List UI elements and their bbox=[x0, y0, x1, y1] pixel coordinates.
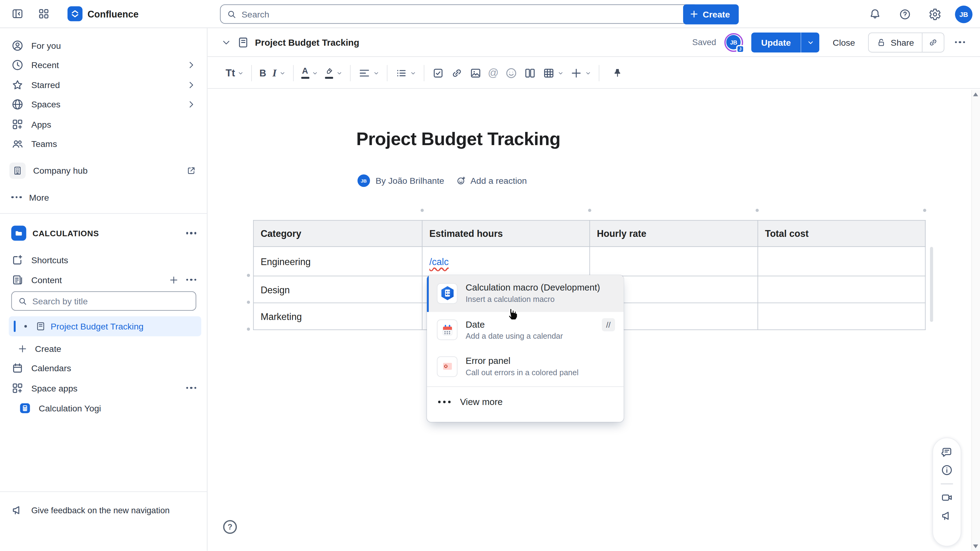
menu-item-error-panel[interactable]: Error panel Call out errors in a colored… bbox=[427, 348, 624, 385]
mention-icon: @ bbox=[488, 67, 499, 79]
app-switcher-button[interactable] bbox=[34, 4, 54, 24]
column-header[interactable]: Category bbox=[253, 220, 422, 247]
scroll-down-arrow-icon[interactable] bbox=[973, 545, 978, 548]
chevron-down-icon bbox=[312, 70, 318, 76]
pin-toolbar-button[interactable] bbox=[609, 63, 626, 83]
sidebar-page-project-budget-tracking[interactable]: Project Budget Tracking bbox=[9, 316, 202, 336]
sidebar-item-calendars[interactable]: Calendars bbox=[5, 358, 202, 378]
editor-help-button[interactable]: ? bbox=[223, 520, 237, 534]
text-color-button[interactable]: A bbox=[298, 63, 321, 83]
more-actions-button[interactable] bbox=[952, 41, 967, 43]
table-cell[interactable]: Marketing bbox=[253, 303, 422, 330]
feedback-link[interactable]: Give feedback on the new navigation bbox=[5, 500, 202, 521]
sidebar-item-calculation-yogi[interactable]: Calculation Yogi bbox=[5, 398, 202, 417]
user-avatar[interactable]: JB bbox=[955, 5, 972, 23]
sidebar-search[interactable] bbox=[11, 291, 196, 311]
create-button[interactable]: Create bbox=[683, 4, 739, 24]
image-button[interactable] bbox=[466, 63, 485, 83]
table-button[interactable] bbox=[539, 63, 567, 83]
table-cell[interactable]: /calc bbox=[422, 247, 590, 276]
insert-button[interactable] bbox=[567, 63, 595, 83]
close-button[interactable]: Close bbox=[827, 32, 860, 52]
sidebar-item-spaces[interactable]: Spaces bbox=[5, 95, 202, 114]
sidebar-item-create-page[interactable]: Create bbox=[5, 339, 202, 358]
layouts-button[interactable] bbox=[520, 63, 539, 83]
menu-item-date[interactable]: Date Add a date using a calendar // bbox=[427, 312, 624, 348]
mention-button[interactable]: @ bbox=[485, 63, 502, 83]
notifications-button[interactable] bbox=[865, 4, 885, 24]
help-button[interactable] bbox=[895, 4, 915, 24]
search-input[interactable] bbox=[242, 9, 692, 19]
table-cell[interactable] bbox=[758, 303, 925, 330]
author-name[interactable]: By João Brilhante bbox=[376, 176, 444, 186]
italic-button[interactable]: I bbox=[269, 63, 288, 83]
menu-item-calculation-macro[interactable]: Calculation macro (Development) Insert a… bbox=[427, 275, 624, 312]
sidebar-item-company-hub[interactable]: Company hub bbox=[5, 161, 202, 180]
table-cell[interactable] bbox=[758, 247, 925, 276]
sidebar-search-input[interactable] bbox=[32, 296, 189, 306]
global-search[interactable] bbox=[220, 4, 699, 24]
pill-divider bbox=[941, 483, 953, 484]
author-avatar[interactable]: JB bbox=[358, 174, 370, 187]
row-handle-dot[interactable] bbox=[247, 301, 250, 304]
update-options-button[interactable] bbox=[801, 32, 819, 52]
column-handle-dot[interactable] bbox=[923, 209, 926, 212]
row-handle-dot[interactable] bbox=[247, 274, 250, 277]
add-content-icon[interactable] bbox=[169, 275, 178, 285]
editor-canvas[interactable]: Project Budget Tracking JB By João Brilh… bbox=[207, 89, 980, 551]
text-color-icon: A bbox=[301, 67, 309, 79]
document-title[interactable]: Project Budget Tracking bbox=[356, 129, 560, 150]
sidebar-item-more[interactable]: More bbox=[5, 188, 202, 207]
list-button[interactable] bbox=[392, 63, 419, 83]
announcements-button[interactable] bbox=[941, 510, 953, 522]
copy-link-button[interactable] bbox=[922, 33, 943, 51]
sidebar-item-for-you[interactable]: For you bbox=[5, 36, 202, 55]
comments-button[interactable] bbox=[941, 446, 953, 459]
collapse-sidebar-button[interactable] bbox=[7, 4, 27, 24]
column-header[interactable]: Total cost bbox=[758, 220, 925, 247]
table-cell[interactable] bbox=[590, 247, 757, 276]
details-button[interactable] bbox=[941, 464, 953, 476]
confluence-brand[interactable]: Confluence bbox=[67, 6, 138, 21]
editor-scrollbar-thumb[interactable] bbox=[930, 247, 933, 322]
sidebar-item-starred[interactable]: Starred bbox=[5, 75, 202, 94]
content-more-icon[interactable] bbox=[186, 279, 196, 281]
column-header[interactable]: Hourly rate bbox=[590, 220, 757, 247]
sidebar-item-content[interactable]: Content bbox=[5, 270, 202, 289]
video-button[interactable] bbox=[941, 492, 953, 504]
update-button[interactable]: Update bbox=[751, 32, 801, 52]
highlight-button[interactable] bbox=[321, 63, 345, 83]
task-button[interactable] bbox=[428, 63, 447, 83]
sidebar-item-shortcuts[interactable]: Shortcuts bbox=[5, 250, 202, 269]
emoji-button[interactable] bbox=[502, 63, 520, 83]
link-button[interactable] bbox=[447, 63, 466, 83]
column-header[interactable]: Estimated hours bbox=[422, 220, 590, 247]
sidebar-item-space-apps[interactable]: Space apps bbox=[5, 378, 202, 398]
table-cell[interactable] bbox=[758, 276, 925, 303]
chevron-down-icon[interactable] bbox=[221, 37, 231, 47]
column-handle-dot[interactable] bbox=[588, 209, 591, 212]
column-handle-dot[interactable] bbox=[420, 209, 423, 212]
share-button[interactable]: Share bbox=[869, 33, 922, 51]
add-reaction[interactable]: Add a reaction bbox=[456, 176, 527, 186]
sidebar-item-recent[interactable]: Recent bbox=[5, 55, 202, 75]
editing-avatar[interactable]: JB J bbox=[724, 33, 743, 51]
sidebar-item-teams[interactable]: Teams bbox=[5, 134, 202, 153]
alignment-button[interactable] bbox=[355, 63, 382, 83]
bold-button[interactable]: B bbox=[256, 63, 269, 83]
table-cell[interactable]: Engineering bbox=[253, 247, 422, 276]
settings-button[interactable] bbox=[925, 4, 945, 24]
row-handle-dot[interactable] bbox=[247, 328, 250, 331]
calendar-icon bbox=[437, 320, 457, 340]
space-apps-more-icon[interactable] bbox=[186, 387, 196, 389]
sidebar-item-apps[interactable]: Apps bbox=[5, 115, 202, 134]
page-scrollbar[interactable] bbox=[971, 90, 980, 551]
space-more-icon[interactable] bbox=[186, 232, 196, 234]
toolbar-separator bbox=[599, 65, 599, 81]
column-handle-dot[interactable] bbox=[756, 209, 759, 212]
scroll-up-arrow-icon[interactable] bbox=[973, 92, 978, 96]
table-cell[interactable]: Design bbox=[253, 276, 422, 303]
view-more-button[interactable]: View more bbox=[427, 387, 624, 422]
text-style-button[interactable]: Tt bbox=[223, 63, 247, 83]
space-header-calculations[interactable]: CALCULATIONS bbox=[5, 223, 202, 244]
